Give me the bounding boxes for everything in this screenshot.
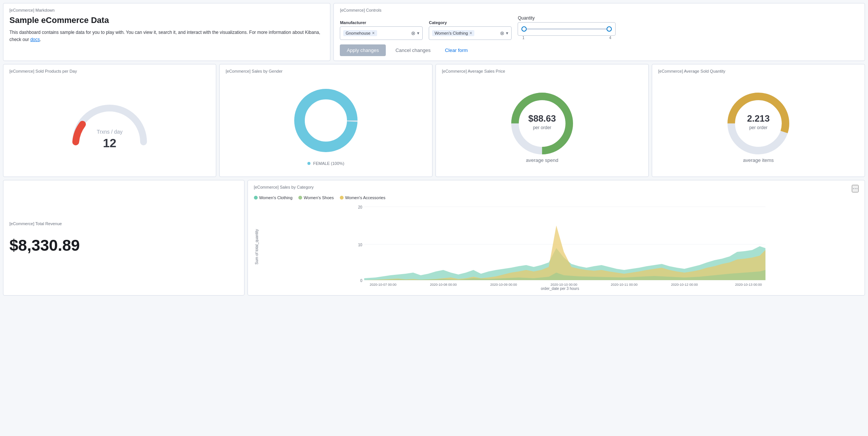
manufacturer-group: Manufacturer Gnomehouse × ⊗ ▾ — [340, 20, 423, 40]
slider-min-label: 1 — [522, 36, 524, 40]
category-dropdown-btn[interactable]: ▾ — [506, 30, 508, 36]
legend-dot-shoes — [298, 196, 302, 200]
buttons-row: Apply changes Cancel changes Clear form — [340, 44, 859, 56]
gender-donut-svg — [288, 83, 364, 158]
avg-sales-price-panel: [eCommerce] Average Sales Price $88.63 p… — [436, 64, 649, 177]
quantity-slider-container[interactable] — [518, 22, 616, 36]
y-axis-label: Sum of total_quantity — [255, 229, 259, 265]
cancel-changes-button[interactable]: Cancel changes — [389, 44, 437, 56]
avg-price-footer: average spend — [526, 157, 558, 163]
markdown-heading: Sample eCommerce Data — [9, 15, 324, 25]
manufacturer-filter-actions: ⊗ ▾ — [411, 30, 419, 36]
controls-panel: [eCommerce] Controls Manufacturer Gnomeh… — [333, 3, 865, 61]
legend-dot-clothing — [254, 196, 258, 200]
manufacturer-dropdown-btn[interactable]: ▾ — [417, 30, 419, 36]
manufacturer-filter-input[interactable]: Gnomehouse × ⊗ ▾ — [340, 26, 423, 40]
top-row: [eCommerce] Markdown Sample eCommerce Da… — [3, 3, 865, 61]
quantity-group: Quantity 1 4 — [518, 15, 616, 40]
manufacturer-tag-remove[interactable]: × — [372, 31, 374, 35]
avg-price-svg: $88.63 per order — [504, 86, 580, 161]
docs-link[interactable]: docs — [30, 37, 40, 42]
revenue-panel-title: [eCommerce] Total Revenue — [9, 221, 238, 226]
quantity-label: Quantity — [518, 15, 616, 21]
gauge-value: 12 — [97, 136, 123, 150]
avg-qty-svg: 2.213 per order — [721, 86, 796, 161]
manufacturer-label: Manufacturer — [340, 20, 423, 25]
gender-donut-label: FEMALE (100%) — [307, 161, 344, 166]
legend-shoes: Women's Shoes — [298, 195, 334, 200]
avg-price-container: $88.63 per order average spend — [442, 76, 642, 172]
slider-max-label: 4 — [609, 36, 611, 40]
svg-text:2020-10-07 00:00: 2020-10-07 00:00 — [370, 283, 396, 286]
apply-changes-button[interactable]: Apply changes — [340, 44, 385, 56]
sales-category-header: [eCommerce] Sales by Category ⋯ — [254, 185, 859, 192]
legend-clothing: Women's Clothing — [254, 195, 293, 200]
svg-text:0: 0 — [360, 279, 362, 283]
svg-text:per order: per order — [749, 125, 768, 130]
chart-legend: Women's Clothing Women's Shoes Women's A… — [254, 195, 859, 200]
svg-text:$88.63: $88.63 — [528, 113, 556, 123]
svg-text:per order: per order — [533, 125, 552, 130]
manufacturer-clear-btn[interactable]: ⊗ — [411, 30, 416, 36]
svg-text:2020-10-13 00:00: 2020-10-13 00:00 — [735, 283, 762, 286]
legend-label-clothing: Women's Clothing — [259, 195, 293, 200]
middle-row: [eCommerce] Sold Products per Day Trxns … — [3, 64, 865, 177]
sales-gender-panel: [eCommerce] Sales by Gender FEMALE (100%… — [219, 64, 432, 177]
markdown-description: This dashboard contains sample data for … — [9, 29, 324, 43]
controls-panel-title: [eCommerce] Controls — [340, 8, 859, 12]
sold-products-panel: [eCommerce] Sold Products per Day Trxns … — [3, 64, 216, 177]
avg-sales-price-title: [eCommerce] Average Sales Price — [442, 69, 642, 73]
slider-labels: 1 4 — [518, 36, 616, 40]
legend-label-shoes: Women's Shoes — [304, 195, 334, 200]
gauge-container: Trxns / day 12 — [9, 76, 210, 172]
dashboard: [eCommerce] Markdown Sample eCommerce Da… — [0, 0, 868, 299]
svg-text:2020-10-12 00:00: 2020-10-12 00:00 — [671, 283, 698, 286]
slider-thumb-left[interactable] — [521, 26, 527, 32]
svg-point-0 — [300, 94, 352, 147]
legend-dot-accessories — [340, 196, 344, 200]
clear-form-button[interactable]: Clear form — [440, 44, 472, 56]
gauge-label: Trxns / day — [97, 129, 123, 135]
avg-qty-container: 2.213 per order average items — [658, 76, 859, 172]
category-clear-btn[interactable]: ⊗ — [500, 30, 504, 36]
slider-thumb-right[interactable] — [607, 26, 612, 32]
category-group: Category Women's Clothing × ⊗ ▾ — [429, 20, 512, 40]
svg-text:2020-10-09 00:00: 2020-10-09 00:00 — [490, 283, 517, 286]
svg-text:10: 10 — [358, 243, 362, 247]
svg-text:2020-10-08 00:00: 2020-10-08 00:00 — [430, 283, 457, 286]
donut-container: FEMALE (100%) — [226, 76, 426, 172]
chart-area-wrapper: Sum of total_quantity 20 10 0 2020-10-07… — [254, 203, 859, 291]
svg-text:2020-10-10 00:00: 2020-10-10 00:00 — [550, 283, 577, 286]
category-tag-remove[interactable]: × — [469, 31, 472, 35]
svg-text:2.213: 2.213 — [747, 113, 770, 123]
x-axis-label: order_date per 3 hours — [261, 287, 859, 291]
category-filter-input[interactable]: Women's Clothing × ⊗ ▾ — [429, 26, 512, 40]
legend-accessories: Women's Accessories — [340, 195, 385, 200]
revenue-panel: [eCommerce] Total Revenue $8,330.89 — [3, 180, 245, 296]
category-filter-actions: ⊗ ▾ — [500, 30, 508, 36]
sales-category-title: [eCommerce] Sales by Category — [254, 185, 314, 189]
sales-category-panel: [eCommerce] Sales by Category ⋯ Women's … — [248, 180, 865, 296]
category-value: Women's Clothing — [434, 31, 468, 35]
avg-sold-qty-panel: [eCommerce] Average Sold Quantity 2.213 … — [652, 64, 865, 177]
category-tag: Women's Clothing × — [432, 30, 474, 36]
sales-gender-title: [eCommerce] Sales by Gender — [226, 69, 426, 73]
controls-row: Manufacturer Gnomehouse × ⊗ ▾ Ca — [340, 15, 859, 40]
svg-text:20: 20 — [358, 205, 362, 209]
manufacturer-tag: Gnomehouse × — [343, 30, 377, 36]
avg-sold-qty-title: [eCommerce] Average Sold Quantity — [658, 69, 859, 73]
markdown-panel-title: [eCommerce] Markdown — [9, 8, 324, 12]
legend-label-accessories: Women's Accessories — [345, 195, 385, 200]
bottom-row: [eCommerce] Total Revenue $8,330.89 [eCo… — [3, 180, 865, 296]
slider-fill — [524, 28, 609, 30]
avg-qty-footer: average items — [743, 157, 774, 163]
slider-track — [524, 28, 609, 30]
sold-products-title: [eCommerce] Sold Products per Day — [9, 69, 210, 73]
panel-menu-button[interactable]: ⋯ — [852, 185, 859, 192]
manufacturer-value: Gnomehouse — [345, 31, 370, 35]
revenue-value: $8,330.89 — [9, 236, 238, 255]
sales-category-chart: 20 10 0 2020-10-07 00:00 2020-10-08 00:0… — [261, 203, 859, 286]
category-label: Category — [429, 20, 512, 25]
svg-text:2020-10-11 00:00: 2020-10-11 00:00 — [611, 283, 637, 286]
markdown-panel: [eCommerce] Markdown Sample eCommerce Da… — [3, 3, 330, 61]
